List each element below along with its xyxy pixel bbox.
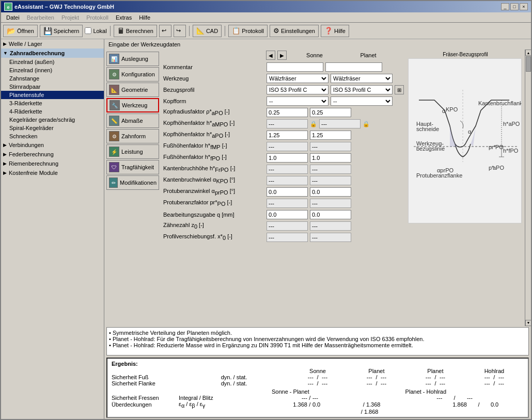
close-button[interactable]: ×	[520, 3, 528, 10]
field-nav-next[interactable]: ▶	[277, 51, 287, 60]
menu-extras[interactable]: Extras	[113, 13, 135, 22]
kopfform-planet-select[interactable]: --	[331, 96, 393, 106]
fushohenfaktor-fpo-sonne-input[interactable]	[267, 153, 308, 163]
kopfform-inputs: -- --	[267, 96, 393, 106]
scroll-track	[525, 56, 531, 320]
scroll-down-button[interactable]: ▼	[525, 320, 531, 326]
kopfhohenfaktor-ampo-planet-input[interactable]	[319, 119, 361, 128]
werkzeug-planet-select[interactable]: Wälzfräser	[331, 74, 393, 83]
sicherheit-flanke-sub: dyn. / stat.	[221, 380, 288, 386]
sidebar-item-schnecken[interactable]: Schnecken	[1, 132, 104, 140]
sidebar-item-3raderkette[interactable]: 3-Räderkette	[1, 99, 104, 107]
sidebar-item-spiral-kegelrader[interactable]: Spiral-Kegelräder	[1, 124, 104, 132]
scroll-thumb[interactable]	[526, 56, 531, 72]
kantenbruchwinkel-planet-input[interactable]	[310, 176, 351, 185]
konfiguration-button[interactable]: ⚙ Konfiguration	[106, 67, 159, 82]
lokal-checkbox[interactable]	[85, 27, 91, 34]
sidebar-header-feder[interactable]: ▶ Federberechnung	[1, 150, 104, 159]
redo-button[interactable]: ↪	[174, 25, 186, 37]
menu-protokoll[interactable]: Protokoll	[83, 13, 112, 22]
kommentar-planet-input[interactable]	[325, 62, 382, 72]
protokoll-icon: 📋	[232, 27, 240, 35]
expand-icon-kosten: ▶	[3, 170, 7, 175]
kopfradiusfaktor-sonne-input[interactable]	[267, 108, 308, 117]
help-icon: ❓	[324, 27, 333, 35]
abmase-button[interactable]: 📏 Abmaße	[106, 114, 159, 128]
bearbeitungszugabe-sonne-input[interactable]	[267, 210, 308, 219]
sidebar-item-zahnstange[interactable]: Zahnstange	[1, 74, 104, 83]
protuberanzfaktor-sonne-input[interactable]	[267, 199, 308, 208]
bezugsprofil-sonne-select[interactable]: ISO 53 Profil C	[267, 85, 328, 94]
sfla-p1: ---	[347, 380, 372, 386]
open-button[interactable]: 📂 Öffnen	[3, 25, 38, 37]
kantenbruchwinkel-sonne-input[interactable]	[267, 176, 308, 185]
modifikationen-button[interactable]: ✏ Modifikationen	[106, 175, 159, 190]
protokoll-button[interactable]: 📋 Protokoll	[228, 25, 268, 37]
leistung-icon: ⚡	[109, 147, 119, 157]
folder-open-icon: 📂	[7, 27, 15, 35]
sidebar-item-einzelrad-innen[interactable]: Einzelrad (innen)	[1, 66, 104, 74]
berechnen-button[interactable]: 🖩 Berechnen	[114, 25, 157, 37]
protuberanzwinkel-sonne-input[interactable]	[267, 187, 308, 197]
sidebar-header-riemen[interactable]: ▶ Riemenberechnung	[1, 159, 104, 168]
maximize-button[interactable]: □	[510, 3, 519, 10]
menu-hilfe[interactable]: Hilfe	[136, 13, 153, 22]
cad-button[interactable]: 📐 CAD	[193, 25, 222, 37]
sidebar-section-zahnrad[interactable]: ▼ Zahnradberechnung	[1, 49, 104, 58]
sidebar-header-kosten[interactable]: ▶ Kostenfreie Module	[1, 168, 104, 177]
field-nav-prev[interactable]: ◀	[266, 51, 275, 60]
sidebar-item-kegelrader[interactable]: Kegelräder gerade/schräg	[1, 116, 104, 124]
bearbeitungszugabe-planet-input[interactable]	[310, 210, 351, 219]
werkzeug-inputs: Wälzfräser Wälzfräser	[267, 74, 393, 83]
minimize-button[interactable]: _	[501, 3, 509, 10]
kopfhohenfaktor-apo-sonne-input[interactable]	[267, 131, 308, 140]
sidebar-item-einzelrad-aussen[interactable]: Einzelrad (außen)	[1, 58, 104, 66]
kopfhohenfaktor-ampo-sonne-input[interactable]	[267, 119, 308, 128]
fushohenfaktor-fmp-planet-input[interactable]	[310, 142, 351, 151]
save-button[interactable]: 💾 Speichern	[40, 25, 83, 37]
protuberanzwinkel-planet-input[interactable]	[310, 187, 351, 197]
svg-text:schneide: schneide	[416, 126, 439, 132]
profilverschiebung-sonne-input[interactable]	[267, 233, 308, 242]
collapse-icon-zahnrad: ▼	[3, 51, 8, 56]
fressen-label: Sicherheit Fressen	[112, 395, 179, 401]
bezugsprofil-planet-select[interactable]: ISO 53 Profil C	[331, 85, 393, 94]
kantenbruchhohe-planet-input[interactable]	[310, 165, 351, 174]
sfla-sep1: /	[314, 380, 322, 386]
bezugsprofil-extra-btn[interactable]: ⊞	[395, 85, 404, 94]
menu-projekt[interactable]: Projekt	[58, 13, 82, 22]
kantenbruchhohe-sonne-input[interactable]	[267, 165, 308, 174]
sidebar-item-planetenstufe[interactable]: Planetenstufe	[1, 91, 104, 99]
protokoll-label: Protokoll	[242, 28, 264, 34]
kopfhohenfaktor-apo-planet-input[interactable]	[310, 131, 351, 140]
werkzeug-sonne-select[interactable]: Wälzfräser	[267, 74, 328, 83]
zahnezahl-planet-input[interactable]	[310, 221, 351, 231]
menu-bearbeiten[interactable]: Bearbeiten	[24, 13, 57, 22]
menubar: Datei Bearbeiten Projekt Protokoll Extra…	[1, 12, 531, 23]
menu-datei[interactable]: Datei	[3, 13, 23, 22]
zahnform-button[interactable]: ⚙ Zahnform	[106, 129, 159, 143]
profilverschiebung-planet-input[interactable]	[310, 233, 351, 242]
sidebar-header-verbindungen[interactable]: ▶ Verbindungen	[1, 140, 104, 150]
fushohenfaktor-fmp-sonne-input[interactable]	[267, 142, 308, 151]
sidebar-item-stirnradpaar[interactable]: Stirnradpaar	[1, 83, 104, 91]
werkzeug-button[interactable]: 🔧 Werkzeug	[106, 98, 159, 112]
kopfradiusfaktor-planet-input[interactable]	[310, 108, 351, 117]
einstellungen-button[interactable]: ⚙ Einstellungen	[270, 25, 319, 37]
scroll-up-button[interactable]: ▲	[525, 50, 531, 56]
zahnezahl-sonne-input[interactable]	[267, 221, 308, 231]
undo-button[interactable]: ↩	[159, 25, 171, 37]
leistung-button[interactable]: ⚡ Leistung	[106, 144, 159, 159]
sidebar-header-welle[interactable]: ▶ Welle / Lager	[1, 39, 104, 49]
protuberanzfaktor-planet-input[interactable]	[310, 199, 351, 208]
sidebar-item-4raderkette[interactable]: 4-Räderkette	[1, 107, 104, 116]
kopfform-sonne-select[interactable]: --	[267, 96, 328, 106]
hilfe-button[interactable]: ❓ Hilfe	[321, 25, 349, 37]
auslegung-button[interactable]: 📊 Auslegung	[106, 52, 159, 66]
kommentar-sonne-input[interactable]	[267, 62, 323, 72]
tragfahigkeit-button[interactable]: 🛡 Tragfähigkeit	[106, 160, 159, 174]
geometrie-button[interactable]: 📐 Geometrie	[106, 83, 159, 97]
fushohenfaktor-fpo-inputs	[267, 153, 351, 163]
sidebar-label-zahnrad: Zahnradberechnung	[10, 50, 65, 56]
fushohenfaktor-fpo-planet-input[interactable]	[310, 153, 351, 163]
